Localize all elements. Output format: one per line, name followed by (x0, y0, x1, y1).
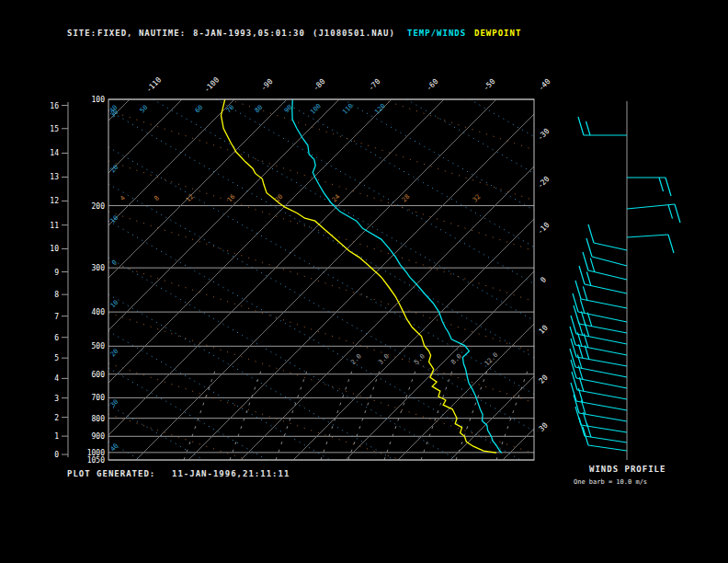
wind-barb (574, 305, 627, 333)
svg-text:30: 30 (538, 421, 550, 433)
isotherms (108, 99, 534, 460)
skewt-app-window: SITE: FIXED, NAU TIME: 8-JAN-1993,05:01:… (0, 0, 728, 563)
pressure-gridlines (108, 99, 534, 460)
top-temp-labels: -110-100-90-80-70-60-50-40 (144, 75, 552, 94)
winds-profile-legend: One barb = 10.0 m/s (574, 478, 647, 486)
svg-text:20: 20 (109, 348, 120, 359)
wind-barb (586, 238, 627, 266)
svg-text:7: 7 (54, 313, 59, 321)
svg-text:10: 10 (538, 324, 550, 336)
svg-text:400: 400 (92, 308, 106, 316)
svg-text:-30: -30 (536, 127, 552, 143)
svg-text:0: 0 (110, 259, 119, 267)
moist-adiabats (108, 99, 534, 460)
svg-text:-40: -40 (537, 77, 552, 93)
svg-text:20: 20 (109, 164, 120, 175)
svg-text:100: 100 (309, 102, 323, 116)
height-axis: 161514131211109876543210 (50, 102, 68, 459)
svg-text:12.0: 12.0 (483, 351, 500, 368)
wind-barb (627, 204, 680, 223)
svg-text:14: 14 (50, 149, 59, 157)
svg-text:8.0: 8.0 (449, 352, 463, 366)
svg-text:32: 32 (472, 193, 483, 204)
pressure-axis-labels: 10020030040050060070080090010001050 (87, 96, 105, 465)
svg-text:-70: -70 (367, 77, 382, 93)
svg-text:40: 40 (109, 442, 120, 454)
svg-text:0: 0 (54, 451, 59, 459)
svg-text:20: 20 (274, 193, 285, 204)
svg-text:5.0: 5.0 (413, 352, 427, 366)
svg-text:28: 28 (401, 193, 412, 204)
svg-text:2: 2 (54, 414, 59, 422)
svg-text:16: 16 (50, 102, 59, 110)
svg-text:-80: -80 (312, 77, 327, 93)
plot-generated-value: 11-JAN-1996,21:11:11 (172, 469, 290, 478)
svg-text:6: 6 (54, 334, 59, 342)
svg-text:60: 60 (194, 104, 205, 115)
svg-text:9: 9 (54, 269, 59, 277)
wind-barb (578, 117, 627, 135)
svg-text:200: 200 (92, 202, 106, 211)
svg-text:-90: -90 (259, 77, 275, 93)
svg-text:16: 16 (226, 193, 237, 204)
dewpoint-trace (222, 99, 497, 453)
svg-text:80: 80 (254, 104, 265, 115)
svg-text:20: 20 (538, 373, 550, 385)
svg-text:700: 700 (92, 394, 106, 402)
svg-text:8: 8 (153, 194, 161, 202)
svg-text:0: 0 (539, 275, 548, 284)
wind-barb (627, 178, 671, 196)
wind-barb (627, 235, 674, 253)
wind-barb (579, 266, 627, 293)
svg-text:-10: -10 (536, 221, 552, 236)
svg-text:12: 12 (185, 193, 196, 204)
svg-text:-60: -60 (425, 77, 440, 93)
svg-text:12: 12 (50, 197, 59, 205)
svg-text:900: 900 (92, 432, 106, 441)
svg-text:11: 11 (50, 222, 59, 230)
svg-text:800: 800 (92, 415, 106, 423)
wind-barb (588, 224, 627, 250)
svg-text:500: 500 (92, 342, 106, 350)
svg-text:5: 5 (54, 354, 59, 362)
plot-generated-label: PLOT GENERATED: (67, 469, 155, 478)
moist-adiabat-labels: 48121620242832 (119, 193, 482, 204)
mixing-ratio-labels: 2.03.05.08.012.0 (349, 351, 499, 368)
right-temp-labels: -30-20-100102030 (536, 127, 552, 433)
wind-barb (575, 281, 627, 308)
svg-text:24: 24 (331, 193, 342, 204)
svg-text:50: 50 (139, 104, 150, 115)
svg-text:10: 10 (50, 245, 59, 253)
svg-text:30: 30 (109, 398, 120, 409)
svg-text:2.0: 2.0 (349, 352, 363, 366)
svg-text:1: 1 (54, 432, 59, 441)
svg-text:-50: -50 (482, 77, 497, 93)
wind-barb (583, 252, 627, 280)
svg-text:600: 600 (92, 371, 106, 379)
svg-text:8: 8 (54, 291, 59, 299)
svg-text:4: 4 (54, 374, 59, 383)
svg-text:3: 3 (54, 395, 59, 403)
svg-text:110: 110 (341, 102, 355, 116)
svg-text:100: 100 (92, 96, 106, 104)
svg-text:4: 4 (119, 194, 127, 202)
svg-text:70: 70 (225, 104, 236, 115)
svg-text:-20: -20 (536, 175, 552, 190)
svg-text:13: 13 (50, 173, 59, 181)
winds-profile-title: WINDS PROFILE (589, 465, 665, 474)
dry-adiabats (108, 99, 534, 460)
svg-text:15: 15 (50, 125, 59, 133)
wind-barb (571, 360, 627, 388)
plot-border (108, 99, 534, 460)
svg-text:-110: -110 (144, 75, 163, 94)
svg-text:1050: 1050 (87, 456, 105, 465)
svg-text:300: 300 (92, 264, 106, 272)
svg-text:120: 120 (373, 102, 387, 116)
temperature-trace (292, 99, 502, 453)
svg-text:-100: -100 (202, 75, 221, 94)
